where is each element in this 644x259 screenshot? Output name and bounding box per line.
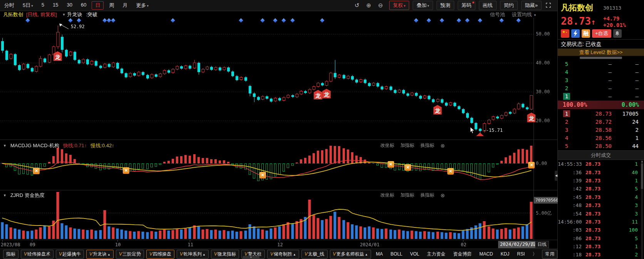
period-button-30[interactable]: 30: [62, 1, 76, 10]
collapse-triangle-icon[interactable]: ▼: [3, 193, 7, 197]
close-icon[interactable]: ⊗: [440, 143, 445, 149]
orderbook-collapse-tab[interactable]: [580, 57, 622, 59]
panel-tool-改坐标[interactable]: 改坐标: [380, 192, 394, 198]
stock-code: 301313: [603, 5, 621, 11]
indicator-tab-KDJ[interactable]: KDJ: [498, 251, 512, 257]
panel-tool-改坐标[interactable]: 改坐标: [380, 142, 394, 149]
tool-button-筹码[interactable]: 筹码: [458, 1, 475, 10]
expand-up-icon: ▲: [293, 253, 296, 256]
scrollbar[interactable]: ▲: [641, 160, 643, 259]
tool-button-叠加[interactable]: 叠加▾: [413, 1, 433, 10]
ask-level: 2: [563, 85, 570, 92]
tool-button-隐藏»[interactable]: 隐藏»: [521, 1, 542, 10]
zoom-out-icon[interactable]: ⊖: [375, 2, 386, 9]
period-button-60[interactable]: 60: [77, 1, 90, 10]
price-change: +4.79 +20.01%: [603, 15, 626, 29]
indicator-tab-三阶定势[interactable]: V三阶定势: [116, 250, 144, 259]
bid-row: 328.582: [558, 126, 644, 134]
indicator-tab-BOLL[interactable]: BOLL: [388, 251, 405, 257]
indicator-tab-四维操盘[interactable]: V四维操盘: [146, 250, 174, 259]
v-prefix-icon: V: [270, 251, 273, 257]
trade-row: :3628.7340: [558, 168, 644, 176]
tool-button-复权[interactable]: 复权▾: [389, 1, 410, 10]
x-signal-badge: ✕: [528, 162, 535, 168]
ask-row: 3——: [558, 76, 644, 84]
indicator-tab-起爆擒牛[interactable]: V起爆擒牛: [56, 250, 84, 259]
panel-tool-加指标[interactable]: 加指标: [400, 142, 414, 149]
indicator-tab-RSI[interactable]: RSI: [514, 251, 527, 257]
undo-icon[interactable]: ↺: [352, 2, 362, 9]
indicator-tab-常用[interactable]: 常用: [542, 250, 557, 259]
indicator-tab-资金博弈[interactable]: 资金博弈: [450, 250, 474, 258]
period-button-月[interactable]: 月: [118, 1, 132, 10]
close-icon[interactable]: ⊗: [440, 192, 445, 198]
collapse-triangle-icon[interactable]: ▼: [3, 144, 7, 148]
low-marker-triangle: [476, 133, 484, 136]
period-button-5[interactable]: 5: [37, 1, 49, 10]
indicator-tab-MA[interactable]: MA: [373, 251, 386, 257]
indicator-tab-更多名师权益[interactable]: V更多名师权益▲: [330, 250, 371, 259]
bid-row: 128.7317005: [558, 109, 644, 118]
chart-mode-label: [日线, 前复权]: [26, 11, 57, 18]
tool-button-画线[interactable]: 画线: [479, 1, 497, 10]
high-annotation: 52.92: [71, 24, 85, 29]
panel-tool-换指标[interactable]: 换指标: [420, 142, 434, 149]
period-button-分时[interactable]: 分时: [0, 1, 18, 10]
candlestick-chart-canvas[interactable]: [0, 18, 534, 140]
bid-level: 5: [563, 143, 570, 150]
tool-button-预测[interactable]: 预测: [437, 1, 454, 10]
ask-price: —: [575, 77, 612, 83]
ask-level: 5: [563, 61, 570, 67]
v-prefix-icon: V: [304, 251, 308, 257]
x-tick-mark: [2, 240, 3, 242]
expand-icon[interactable]: [543, 2, 554, 9]
ma-setting-link[interactable]: 设置均线 ▾: [512, 11, 536, 18]
trade-price: 28.73: [582, 186, 612, 192]
up-arrow-icon: ↑: [591, 17, 595, 27]
panel-collapse-handle[interactable]: ◀: [555, 171, 558, 181]
indicator-tab-储奇制胜[interactable]: V储奇制胜▲: [267, 250, 299, 259]
indicator-tab-太极_线[interactable]: V太极_线: [301, 250, 328, 259]
ask-levels: 5——4——3——2——1——: [558, 60, 644, 100]
x-tick-mark: [117, 240, 118, 242]
indicator-tab-〉[interactable]: 〉: [530, 250, 540, 258]
trade-volume: 5: [612, 186, 638, 192]
v-prefix-icon: V: [89, 251, 92, 257]
ask-row: 4——: [558, 68, 644, 76]
period-button-日[interactable]: 日: [92, 1, 104, 10]
tool-button-简约[interactable]: 简约: [500, 1, 518, 10]
signal-pool-link[interactable]: 信号池: [490, 11, 505, 18]
period-button-周[interactable]: 周: [105, 1, 118, 10]
scrollbar-thumb[interactable]: [641, 163, 643, 189]
indicator-tab-微龙指标[interactable]: V微龙指标: [211, 250, 239, 259]
chevron-down-icon[interactable]: ▼: [62, 13, 65, 17]
zjrd-panel-tools: 改坐标加指标换指标⊗: [380, 192, 445, 198]
x-tick-mark: [279, 240, 280, 242]
indicator-tab-乾坤系列[interactable]: V乾坤系列▲: [177, 250, 209, 259]
indicator-tab-升龙诀[interactable]: V升龙诀▲: [86, 250, 114, 259]
add-favorite-button[interactable]: +自选: [592, 29, 611, 38]
panel-tool-换指标[interactable]: 换指标: [420, 192, 434, 198]
level2-link[interactable]: 查看 Level2 数据>>: [558, 49, 644, 56]
chart-stock-name: 凡拓数创: [3, 11, 23, 18]
money-heat-chart-canvas[interactable]: [0, 190, 534, 240]
indicator-tab-经伟操盘术[interactable]: V经伟操盘术: [21, 250, 54, 259]
panel-tool-加指标[interactable]: 加指标: [400, 192, 414, 198]
zoom-in-icon[interactable]: ⊕: [364, 2, 374, 9]
v-prefix-icon: V: [24, 251, 27, 257]
toolbar-collapse-tab[interactable]: ▼: [243, 256, 259, 259]
period-button-15[interactable]: 15: [49, 1, 62, 10]
indicator-tab-指标[interactable]: 指标: [3, 250, 18, 259]
period-button-5日[interactable]: 5日▾: [18, 1, 37, 10]
indicator-tab-MACD[interactable]: MACD: [477, 251, 495, 257]
chevron-down-icon: ▾: [427, 4, 429, 8]
trade-row: :1828.732: [558, 251, 644, 259]
bell-icon[interactable]: [613, 29, 622, 38]
period-button-更多[interactable]: 更多▾: [132, 1, 153, 10]
high-annotation-arrow-icon: [59, 23, 70, 31]
trade-row: :1228.731: [558, 242, 644, 251]
x-signal-badge: ✕: [123, 167, 129, 174]
indicator-tab-VOL[interactable]: VOL: [407, 251, 422, 257]
indicator-tab-主力资金[interactable]: 主力资金: [424, 250, 448, 258]
scroll-up-icon[interactable]: ▲: [641, 160, 643, 163]
